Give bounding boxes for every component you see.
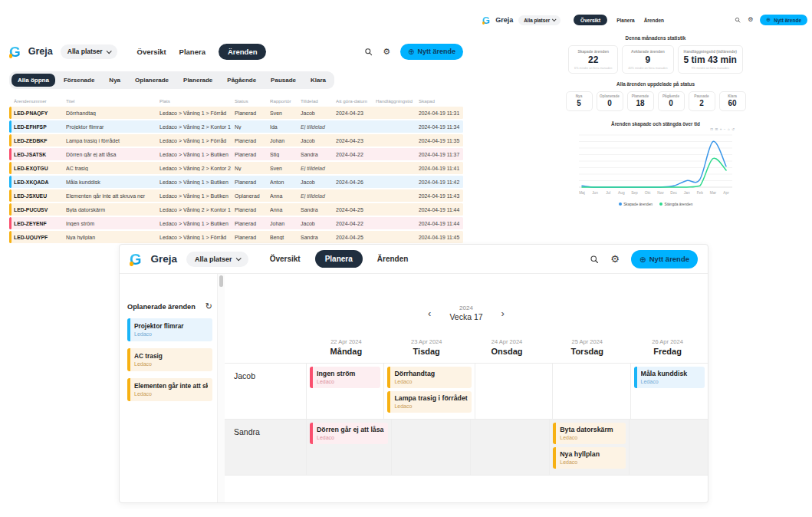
brand-name: Greja	[28, 46, 53, 57]
calendar-cell[interactable]	[470, 420, 549, 475]
unplanned-ticket-title: Elementen går inte att skruva n...	[134, 382, 208, 390]
tickets-app-header: GGrejaAlla platserÖversiktPlaneraÄrenden…	[9, 41, 463, 61]
new-ticket-label: Nytt ärende	[649, 255, 689, 263]
nav-tab-arenden[interactable]: Ärenden	[377, 255, 409, 263]
new-ticket-button[interactable]: ⊕Nytt ärende	[631, 250, 698, 268]
gear-icon[interactable]: ⚙	[383, 48, 390, 56]
ticket-reporter: Sven	[270, 166, 301, 171]
search-icon[interactable]	[735, 17, 741, 23]
ticket-row[interactable]: LED-JSXUEUElementen går inte att skruva …	[9, 189, 463, 202]
chart-tool-reset-axes-icon[interactable]: ↺	[731, 128, 735, 132]
ticket-row[interactable]: LED-ZEDBKFLampa trasig i förrådetLedaco …	[9, 134, 463, 147]
nav-tab-oversikt[interactable]: Översikt	[574, 15, 607, 25]
filter-tab-pausade[interactable]: Pausade	[265, 74, 302, 87]
calendar-cell[interactable]: Byta datorskärmLedacoNya hyllplanLedaco	[549, 420, 628, 475]
ticket-row[interactable]: LED-UQUYPFNya hyllplanLedaco > Våning 1 …	[9, 231, 463, 243]
week-label: Vecka 17	[449, 312, 482, 321]
calendar-cell[interactable]: Dörren går ej att låsaLedaco	[306, 420, 391, 475]
ticket-assignee: Jacob	[301, 221, 336, 226]
calendar-cell[interactable]	[475, 364, 552, 419]
event-chip[interactable]: DörrhandtagLedaco	[387, 367, 471, 388]
monthly-stats-cards: Skapade ärenden226% mindre än förra måna…	[556, 45, 755, 74]
ticket-row[interactable]: LED-EFHFSPProjektor flimrarLedaco > Våni…	[9, 120, 463, 133]
unplanned-ticket-card[interactable]: AC trasigLedaco	[127, 348, 212, 371]
ticket-status: Planerad	[235, 152, 270, 157]
filter-tab-nya[interactable]: Nya	[103, 74, 127, 87]
svg-text:Nov: Nov	[657, 191, 664, 195]
ticket-row[interactable]: LED-ZEYENFIngen strömLedaco > Våning 1 >…	[9, 217, 463, 229]
unplanned-ticket-card[interactable]: Elementen går inte att skruva n...Ledaco	[127, 378, 212, 401]
nav-tab-planera[interactable]: Planera	[179, 48, 205, 56]
calendar-cell[interactable]: Måla kunddiskLedaco	[630, 364, 708, 419]
chart-tool-zoom-out-icon[interactable]: −	[724, 128, 726, 132]
filter-tab-klara[interactable]: Klara	[304, 74, 332, 87]
event-chip[interactable]: Nya hyllplanLedaco	[553, 447, 625, 469]
location-selector[interactable]: Alla platser	[518, 15, 561, 25]
chart-tool-zoom-icon[interactable]: ⊞	[715, 128, 718, 132]
calendar-cell[interactable]	[552, 364, 630, 419]
gear-icon[interactable]: ⚙	[748, 17, 753, 23]
refresh-icon[interactable]: ↻	[205, 301, 212, 311]
ticket-due-date: 2024-04-23	[336, 110, 376, 116]
calendar-cell[interactable]	[391, 420, 470, 475]
location-selector-label: Alla platser	[195, 255, 232, 263]
event-chip[interactable]: Dörren går ej att låsaLedaco	[310, 423, 388, 444]
scrollbar-thumb[interactable]	[219, 275, 223, 287]
ticket-row[interactable]: LED-JSATSKDörren går ej att låsaLedaco >…	[9, 148, 463, 160]
event-chip[interactable]: Lampa trasig i förrådetLedaco	[387, 391, 471, 413]
chart-tool-download-plot-icon[interactable]: ⊡	[710, 128, 713, 132]
event-chip[interactable]: Måla kunddiskLedaco	[634, 367, 705, 388]
chart-toolbar: ⊡⊞+−⌂↺	[710, 128, 735, 132]
nav-tab-planera[interactable]: Planera	[616, 18, 635, 23]
sidebar-header: Oplanerade ärenden ↻	[127, 301, 212, 311]
ticket-reporter: Bengt	[270, 235, 301, 240]
plus-circle-icon: ⊕	[766, 17, 771, 23]
ticket-row[interactable]: LED-EXQTGUAC trasigLedaco > Våning 2 > K…	[9, 162, 463, 174]
nav-tab-oversikt[interactable]: Översikt	[137, 48, 166, 56]
ticket-row[interactable]: LED-XKQADAMåla kunddiskLedaco > Våning 1…	[9, 176, 463, 188]
col-status: Status	[235, 98, 270, 104]
chart-tool-autoscale-icon[interactable]: ⌂	[728, 128, 730, 132]
calendar-grid: 22 Apr 2024Måndag23 Apr 2024Tisdag24 Apr…	[225, 338, 708, 476]
event-org: Ledaco	[560, 435, 621, 440]
nav-tab-arenden[interactable]: Ärenden	[644, 18, 664, 23]
new-ticket-button[interactable]: ⊕Nytt ärende	[760, 15, 807, 25]
filter-tab-alla-oppna[interactable]: Alla öppna	[12, 74, 55, 87]
event-chip[interactable]: Byta datorskärmLedaco	[553, 423, 625, 444]
priority-bar	[387, 391, 390, 413]
nav-tab-oversikt[interactable]: Översikt	[270, 255, 301, 263]
nav-tab-arenden[interactable]: Ärenden	[219, 44, 267, 60]
ticket-place: Ledaco > Våning 2 > Kontor 1	[159, 207, 235, 212]
sidebar-scrollbar[interactable]	[217, 274, 225, 502]
status-card-nya: Nya5	[566, 91, 593, 111]
ticket-row[interactable]: LED-PUCUSVByta datorskärmLedaco > Våning…	[9, 203, 463, 216]
new-ticket-button[interactable]: ⊕Nytt ärende	[400, 44, 463, 60]
calendar-cell[interactable]: Ingen strömLedaco	[306, 364, 383, 419]
gear-icon[interactable]: ⚙	[610, 254, 620, 264]
search-icon[interactable]	[364, 48, 373, 56]
unplanned-ticket-card[interactable]: Projektor flimrarLedaco	[127, 318, 212, 341]
chart-tool-zoom-in-icon[interactable]: +	[720, 128, 722, 132]
day-header-torsdag: 25 Apr 2024Torsdag	[547, 338, 627, 363]
calendar-cell[interactable]: DörrhandtagLedacoLampa trasig i förrådet…	[383, 364, 474, 419]
week-selector[interactable]: 2024 Vecka 17	[449, 305, 482, 321]
ticket-id: LED-PNAQFY	[14, 110, 66, 116]
day-name: Tisdag	[386, 347, 467, 356]
filter-tab-pagaende[interactable]: Pågående	[221, 74, 262, 87]
priority-bar	[9, 203, 12, 216]
filter-tab-oplanerade[interactable]: Oplanerade	[129, 74, 175, 87]
search-icon[interactable]	[590, 255, 599, 264]
ticket-row[interactable]: LED-PNAQFYDörrhandtagLedaco > Våning 1 >…	[9, 107, 463, 119]
ticket-reporter: Johan	[270, 221, 301, 226]
status-value: 2	[689, 99, 715, 107]
status-breakdown-title: Alla ärenden uppdelade på status	[556, 81, 755, 87]
nav-tab-planera[interactable]: Planera	[315, 250, 363, 268]
filter-tab-forsenade[interactable]: Försenade	[58, 74, 100, 87]
event-chip[interactable]: Ingen strömLedaco	[310, 367, 380, 388]
filter-tab-planerade[interactable]: Planerade	[177, 74, 219, 87]
location-selector[interactable]: Alla platser	[61, 44, 117, 59]
calendar-cell[interactable]	[629, 420, 708, 475]
next-week-button[interactable]: ›	[501, 308, 505, 318]
prev-week-button[interactable]: ‹	[428, 308, 431, 318]
location-selector[interactable]: Alla platser	[186, 252, 248, 267]
